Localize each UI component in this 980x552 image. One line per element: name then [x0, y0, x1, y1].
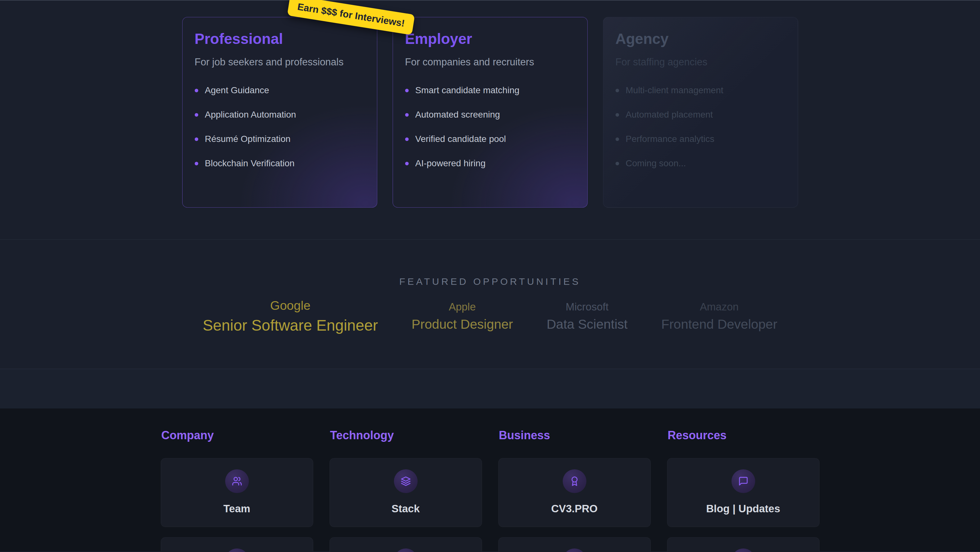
footer-card-cv3pro[interactable]: CV3.PRO	[498, 458, 651, 527]
footer-card-team[interactable]: Team	[161, 458, 313, 527]
plan-title: Professional	[195, 30, 365, 48]
footer-card-icon	[225, 549, 249, 552]
footer-card-partial[interactable]	[667, 537, 819, 552]
featured-opportunities-section: FEATURED OPPORTUNITIES Google Senior Sof…	[0, 239, 980, 369]
footer-card-label: Stack	[391, 503, 420, 515]
plan-feature-list: Smart candidate matching Automated scree…	[405, 85, 575, 169]
job-role: Senior Software Engineer	[203, 316, 378, 334]
plan-feature-label: Performance analytics	[626, 134, 714, 144]
plans-row: Professional For job seekers and profess…	[182, 17, 798, 207]
bullet-dot-icon	[195, 89, 198, 92]
job-company: Amazon	[661, 301, 777, 313]
footer-card-partial[interactable]	[161, 537, 313, 552]
footer-heading: Technology	[330, 429, 482, 442]
plan-feature: AI-powered hiring	[405, 158, 575, 169]
plan-feature: Multi-client management	[616, 85, 786, 96]
bullet-dot-icon	[405, 162, 409, 165]
bullet-dot-icon	[405, 137, 409, 141]
plan-feature-label: Automated screening	[415, 110, 500, 120]
featured-job-google[interactable]: Google Senior Software Engineer	[203, 298, 378, 334]
plan-feature: Performance analytics	[616, 134, 786, 144]
plan-feature: Résumé Optimization	[195, 134, 365, 144]
plan-title: Employer	[405, 30, 575, 48]
plan-card-employer[interactable]: Employer For companies and recruiters Sm…	[393, 17, 588, 207]
footer: Company Team Technology Stack	[0, 408, 980, 551]
bullet-dot-icon	[195, 162, 198, 165]
plan-feature-label: Multi-client management	[626, 85, 724, 96]
footer-card-stack[interactable]: Stack	[329, 458, 482, 527]
plan-subtitle: For companies and recruiters	[405, 56, 575, 68]
footer-card-blog[interactable]: Blog | Updates	[667, 458, 819, 527]
plan-feature: Agent Guidance	[195, 85, 365, 96]
footer-columns: Company Team Technology Stack	[0, 429, 980, 552]
footer-card-label: Blog | Updates	[706, 503, 780, 515]
footer-card-partial[interactable]	[498, 537, 651, 552]
bullet-dot-icon	[616, 89, 619, 92]
footer-card-icon	[732, 549, 755, 552]
plan-feature: Automated screening	[405, 110, 575, 120]
footer-column-resources: Resources Blog | Updates	[667, 429, 819, 552]
footer-column-technology: Technology Stack	[329, 429, 482, 552]
footer-card-label: CV3.PRO	[551, 503, 598, 515]
footer-heading: Business	[499, 429, 651, 442]
featured-job-microsoft[interactable]: Microsoft Data Scientist	[547, 301, 628, 332]
job-company: Google	[203, 298, 378, 313]
plan-feature: Smart candidate matching	[405, 85, 575, 96]
footer-card-icon	[563, 549, 586, 552]
plan-feature-label: Application Automation	[205, 110, 296, 120]
bullet-dot-icon	[616, 137, 619, 141]
job-company: Microsoft	[547, 301, 628, 313]
job-role: Frontend Developer	[661, 317, 777, 332]
job-company: Apple	[412, 301, 513, 313]
plan-feature: Verified candidate pool	[405, 134, 575, 144]
plan-feature-list: Agent Guidance Application Automation Ré…	[195, 85, 365, 169]
bullet-dot-icon	[405, 89, 409, 92]
plan-title: Agency	[616, 30, 786, 48]
job-role: Product Designer	[412, 317, 513, 332]
layers-icon	[394, 469, 418, 493]
plan-subtitle: For job seekers and professionals	[195, 56, 365, 68]
plan-feature: Automated placement	[616, 110, 786, 120]
plan-card-professional[interactable]: Professional For job seekers and profess…	[182, 17, 377, 207]
footer-card-partial[interactable]	[329, 537, 482, 552]
featured-job-amazon[interactable]: Amazon Frontend Developer	[661, 301, 777, 332]
plan-feature-label: Blockchain Verification	[205, 158, 294, 169]
footer-card-icon	[394, 549, 418, 552]
plan-feature-label: Agent Guidance	[205, 85, 269, 96]
footer-column-company: Company Team	[161, 429, 313, 552]
plan-card-agency: Agency For staffing agencies Multi-clien…	[603, 17, 798, 207]
plan-feature: Blockchain Verification	[195, 158, 365, 169]
landing-page: Professional For job seekers and profess…	[0, 0, 980, 552]
bullet-dot-icon	[616, 113, 619, 116]
plan-feature-label: AI-powered hiring	[415, 158, 485, 169]
plan-feature: Application Automation	[195, 110, 365, 120]
plan-feature-label: Smart candidate matching	[415, 85, 519, 96]
footer-card-label: Team	[224, 503, 250, 515]
message-square-icon	[732, 469, 755, 493]
featured-carousel: Google Senior Software Engineer Apple Pr…	[203, 298, 777, 334]
plan-subtitle: For staffing agencies	[616, 56, 786, 68]
plan-feature-label: Coming soon...	[626, 158, 686, 169]
section-spacer	[0, 369, 980, 408]
plan-feature-label: Automated placement	[626, 110, 713, 120]
footer-column-business: Business CV3.PRO	[498, 429, 651, 552]
plan-feature-list: Multi-client management Automated placem…	[616, 85, 786, 169]
plans-section: Professional For job seekers and profess…	[0, 0, 980, 239]
award-icon	[563, 469, 586, 493]
bullet-dot-icon	[195, 137, 198, 141]
plan-feature: Coming soon...	[616, 158, 786, 169]
job-role: Data Scientist	[547, 317, 628, 332]
plan-feature-label: Verified candidate pool	[415, 134, 506, 144]
featured-title: FEATURED OPPORTUNITIES	[399, 276, 581, 287]
users-icon	[225, 469, 249, 493]
plan-feature-label: Résumé Optimization	[205, 134, 291, 144]
bullet-dot-icon	[195, 113, 198, 116]
featured-job-apple[interactable]: Apple Product Designer	[412, 301, 513, 332]
bullet-dot-icon	[405, 113, 409, 116]
footer-heading: Resources	[668, 429, 819, 442]
bullet-dot-icon	[616, 162, 619, 165]
footer-heading: Company	[161, 429, 313, 442]
